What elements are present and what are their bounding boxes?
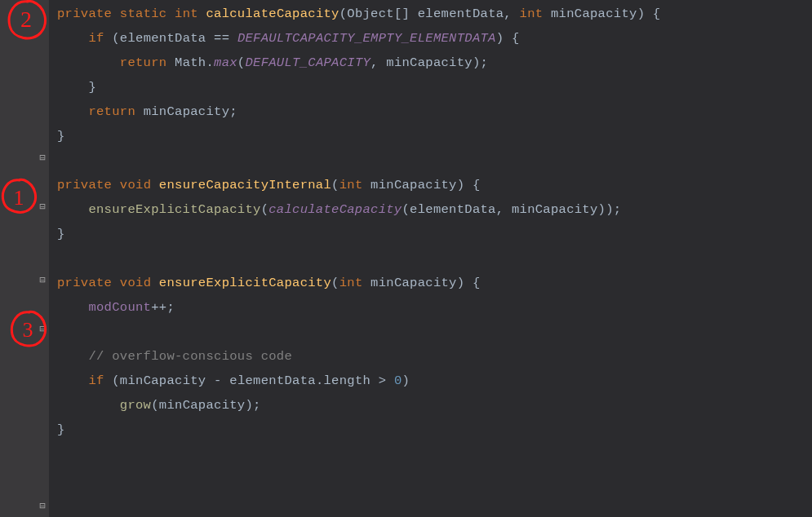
code-line: private void ensureExplicitCapacity(int … [49, 271, 812, 295]
code-line: private static int calculateCapacity(Obj… [49, 2, 812, 26]
code-editor: ⊟ ⊟ ⊟ ⊟ ⊟ private static int calculateCa… [0, 0, 812, 517]
code-line: } [49, 222, 812, 246]
code-line: modCount++; [49, 295, 812, 320]
code-line: grow(minCapacity); [49, 393, 812, 418]
code-line: ensureExplicitCapacity(calculateCapacity… [49, 197, 812, 222]
code-area[interactable]: private static int calculateCapacity(Obj… [49, 0, 812, 517]
code-line: } [49, 124, 812, 148]
blank-line [49, 320, 812, 344]
code-line: if (elementData == DEFAULTCAPACITY_EMPTY… [49, 26, 812, 51]
code-line: } [49, 418, 812, 442]
blank-line [49, 148, 812, 173]
code-line: // overflow-conscious code [49, 344, 812, 369]
code-line: } [49, 75, 812, 99]
code-line: return minCapacity; [49, 99, 812, 124]
code-line: private void ensureCapacityInternal(int … [49, 173, 812, 197]
code-line: return Math.max(DEFAULT_CAPACITY, minCap… [49, 51, 812, 75]
gutter: ⊟ ⊟ ⊟ ⊟ ⊟ [0, 0, 49, 517]
blank-line [49, 246, 812, 271]
code-line: if (minCapacity - elementData.length > 0… [49, 369, 812, 393]
